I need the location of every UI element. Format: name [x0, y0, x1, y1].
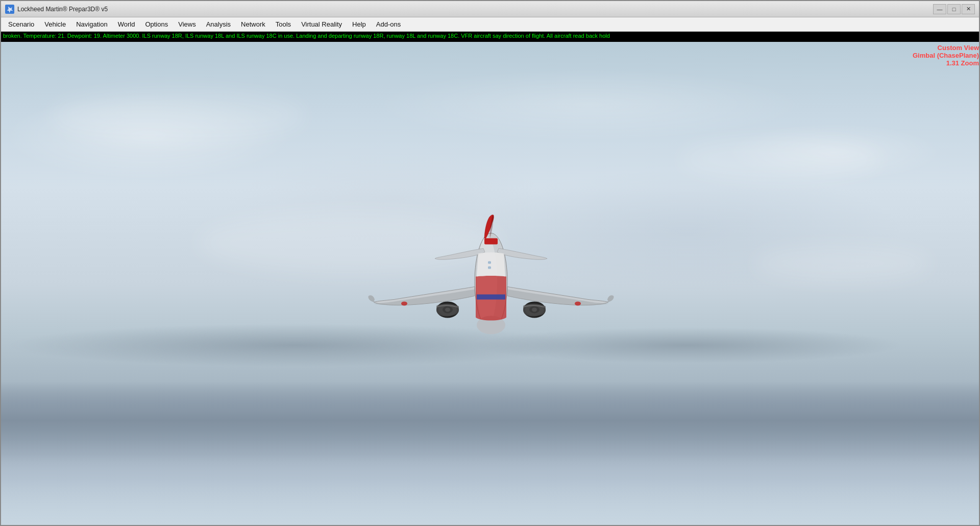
close-button[interactable]: ✕ — [962, 4, 975, 14]
menu-network[interactable]: Network — [236, 17, 271, 31]
maximize-button[interactable]: □ — [947, 4, 961, 14]
menu-views[interactable]: Views — [173, 17, 201, 31]
status-bar: broken. Temperature: 21. Dewpoint: 19. A… — [1, 32, 979, 42]
app-title: Lockheed Martin® Prepar3D® v5 — [17, 6, 108, 13]
aircraft-svg — [363, 210, 619, 353]
menu-navigation[interactable]: Navigation — [71, 17, 112, 31]
menu-add-ons[interactable]: Add-ons — [371, 17, 406, 31]
menu-bar: Scenario Vehicle Navigation World Option… — [1, 17, 979, 32]
sim-viewport[interactable]: Custom View Gimbal (ChasePlane) 1.31 Zoo… — [1, 42, 980, 526]
hud-gimbal: Gimbal (ChasePlane) — [913, 52, 979, 59]
svg-point-15 — [401, 301, 407, 305]
hud-overlay: Custom View Gimbal (ChasePlane) 1.31 Zoo… — [913, 44, 979, 67]
svg-point-16 — [575, 301, 581, 305]
menu-tools[interactable]: Tools — [271, 17, 296, 31]
menu-world[interactable]: World — [113, 17, 140, 31]
svg-rect-14 — [488, 266, 491, 269]
menu-scenario[interactable]: Scenario — [3, 17, 39, 31]
hud-custom-view: Custom View — [913, 44, 979, 52]
ground-haze — [1, 430, 980, 526]
menu-analysis[interactable]: Analysis — [201, 17, 236, 31]
menu-help[interactable]: Help — [347, 17, 371, 31]
menu-options[interactable]: Options — [140, 17, 173, 31]
aircraft-container — [363, 210, 619, 353]
window-controls[interactable]: — □ ✕ — [933, 4, 975, 14]
svg-rect-13 — [488, 261, 491, 264]
svg-rect-4 — [484, 238, 498, 244]
cloud-wisp-2 — [679, 139, 883, 180]
minimize-button[interactable]: — — [933, 4, 946, 14]
cloud-wisp-4 — [753, 246, 932, 281]
cloud-wisp-1 — [50, 90, 305, 141]
app-icon — [5, 5, 14, 14]
title-bar-left: Lockheed Martin® Prepar3D® v5 — [5, 5, 108, 14]
status-text: broken. Temperature: 21. Dewpoint: 19. A… — [3, 33, 610, 39]
menu-virtual-reality[interactable]: Virtual Reality — [296, 17, 347, 31]
title-bar: Lockheed Martin® Prepar3D® v5 — □ ✕ — [1, 1, 979, 17]
hud-zoom: 1.31 Zoom — [913, 59, 979, 67]
menu-vehicle[interactable]: Vehicle — [39, 17, 71, 31]
